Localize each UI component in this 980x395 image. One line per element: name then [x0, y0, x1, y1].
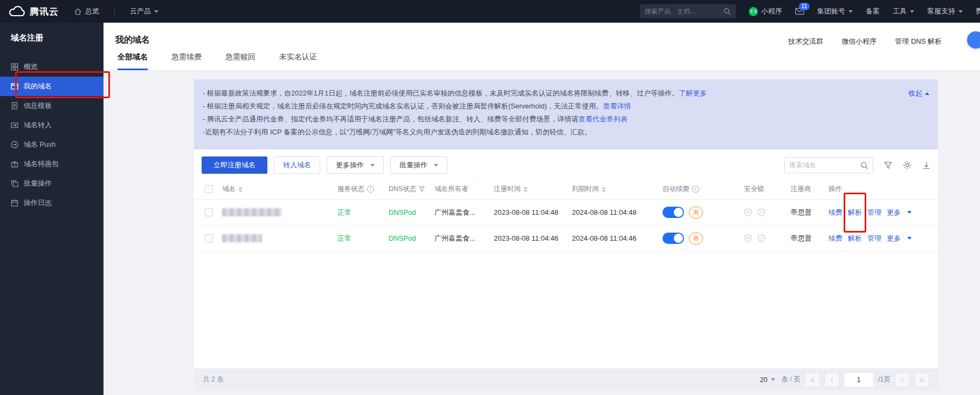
- info-icon[interactable]: i: [367, 186, 374, 193]
- sidebar: 域名注册 概览 我的域名 信息模板 域名转入 域名 Push 域名特惠包 批量操…: [0, 23, 103, 395]
- pagination-bar: 共 2 条 20 条 / 页 « ‹ /1页 › »: [194, 369, 938, 390]
- discount-badge: 惠: [689, 233, 703, 244]
- row-checkbox[interactable]: [205, 234, 213, 242]
- download-icon[interactable]: [922, 161, 930, 169]
- filter-icon[interactable]: [419, 186, 425, 192]
- tab-redeem-urgent[interactable]: 急需赎回: [225, 52, 256, 70]
- row-actions: 续费 解析 管理 更多: [829, 234, 938, 243]
- main-header: 我的域名 技术交流群 微信小程序 管理 DNS 解析 全部域名 急需续费 急需赎…: [103, 23, 980, 71]
- registered-time: 2023-08-08 11:04:48: [494, 208, 558, 216]
- more-actions-button[interactable]: 更多操作: [327, 156, 384, 174]
- sidebar-title: 域名注册: [0, 23, 103, 43]
- sidebar-item-domain-push[interactable]: 域名 Push: [0, 135, 103, 154]
- row-checkbox[interactable]: [205, 208, 213, 216]
- sidebar-item-info-templates[interactable]: 信息模板: [0, 96, 103, 115]
- message-count-badge: 11: [799, 3, 810, 10]
- learn-more-link[interactable]: 了解更多: [679, 89, 707, 97]
- total-count: 共 2 条: [203, 375, 224, 384]
- prev-page-button[interactable]: ‹: [824, 372, 839, 387]
- tab-all-domains[interactable]: 全部域名: [118, 52, 148, 70]
- last-page-button[interactable]: »: [914, 372, 929, 387]
- dns-status-link[interactable]: DNSPod: [389, 234, 416, 242]
- nav-group-account[interactable]: 集团账号: [817, 6, 853, 16]
- registrar-lock-shield-icon: [744, 234, 752, 242]
- manage-action[interactable]: 管理: [867, 234, 881, 243]
- masked-domain-name[interactable]: [222, 208, 281, 216]
- view-details-link[interactable]: 查看详情: [603, 102, 631, 110]
- tab-not-verified[interactable]: 未实名认证: [279, 52, 317, 70]
- manage-dns-link[interactable]: 管理 DNS 解析: [895, 37, 942, 46]
- sidebar-item-batch-operations[interactable]: 批量操作: [0, 174, 103, 193]
- nav-support[interactable]: 客服支持: [927, 6, 963, 16]
- voucher-list-link[interactable]: 查看代金券列表: [578, 115, 627, 123]
- chevron-down-icon: [370, 164, 375, 167]
- chevron-up-icon: [925, 92, 929, 95]
- sort-icon[interactable]: [238, 187, 243, 192]
- select-all-checkbox[interactable]: [205, 185, 213, 193]
- dns-status-link[interactable]: DNSPod: [389, 208, 416, 216]
- transfer-in-icon: [11, 121, 18, 129]
- sidebar-item-my-domains[interactable]: 我的域名: [0, 77, 103, 96]
- help-bubble[interactable]: [967, 31, 980, 49]
- page-title: 我的域名: [115, 35, 150, 46]
- registrar: 帝思普: [791, 208, 812, 217]
- renew-action[interactable]: 续费: [829, 208, 843, 217]
- search-icon[interactable]: [860, 161, 868, 169]
- current-page-input[interactable]: [844, 372, 874, 387]
- notice-line: -近期有不法分子利用 ICP 备案的公示信息，以“万维网/万域网”等名义向用户发…: [203, 126, 868, 139]
- sidebar-item-overview[interactable]: 概览: [0, 57, 103, 77]
- tab-renew-urgent[interactable]: 急需续费: [171, 52, 202, 70]
- sort-icon[interactable]: [523, 187, 528, 192]
- sidebar-item-special-package[interactable]: 域名特惠包: [0, 154, 103, 174]
- nav-mini-program[interactable]: 小程序: [749, 6, 782, 16]
- more-action[interactable]: 更多: [887, 234, 901, 243]
- mini-program-icon: [749, 7, 758, 16]
- domain-search[interactable]: [784, 157, 873, 173]
- masked-domain-name[interactable]: [222, 234, 262, 242]
- table-row: 正常 DNSPod 广州嘉盖食... 2023-08-08 11:04:46 2…: [194, 226, 938, 251]
- column-settings-gear-icon[interactable]: [903, 161, 912, 169]
- sort-icon[interactable]: [602, 187, 606, 192]
- sidebar-item-operation-log[interactable]: 操作日志: [0, 193, 103, 213]
- page-size-select[interactable]: 20: [760, 376, 775, 384]
- filter-icon[interactable]: [884, 161, 892, 169]
- per-page-label: 条 / 页: [782, 375, 800, 384]
- manage-action[interactable]: 管理: [867, 208, 881, 217]
- auto-renew-toggle[interactable]: [662, 207, 684, 218]
- wechat-miniapp-link[interactable]: 微信小程序: [841, 37, 877, 46]
- expire-time: 2024-08-08 11:04:46: [572, 234, 637, 242]
- register-domain-button[interactable]: 立即注册域名: [202, 156, 267, 174]
- collapse-notice-button[interactable]: 收起: [908, 87, 929, 100]
- chevron-down-icon: [848, 10, 853, 13]
- info-icon[interactable]: i: [692, 186, 699, 193]
- next-page-button[interactable]: ›: [895, 372, 910, 387]
- registered-time: 2023-08-08 11:04:46: [494, 234, 558, 242]
- global-search[interactable]: [640, 4, 736, 18]
- nav-tools[interactable]: 工具: [893, 6, 914, 16]
- sidebar-item-transfer-in[interactable]: 域名转入: [0, 115, 103, 135]
- auto-renew-toggle[interactable]: [662, 233, 684, 244]
- dns-resolve-action[interactable]: 解析: [848, 208, 862, 217]
- domain-list-card: - 根据最新政策法规要求，自2022年1月1日起，域名注册前必须使用已实名审核的…: [194, 79, 938, 368]
- nav-billing[interactable]: 费用: [976, 6, 980, 16]
- nav-beian[interactable]: 备案: [866, 6, 880, 16]
- search-icon[interactable]: [723, 8, 731, 15]
- nav-overview[interactable]: 总览: [74, 6, 99, 16]
- messages-button[interactable]: 11: [795, 8, 804, 15]
- more-action[interactable]: 更多: [887, 208, 901, 217]
- tech-group-link[interactable]: 技术交流群: [788, 37, 823, 46]
- header-links: 技术交流群 微信小程序 管理 DNS 解析: [788, 37, 942, 46]
- dns-resolve-action[interactable]: 解析: [848, 234, 862, 243]
- nav-cloud-products[interactable]: 云产品: [130, 6, 158, 16]
- document-icon: [11, 102, 18, 110]
- table-row: 正常 DNSPod 广州嘉盖食... 2023-08-08 11:04:48 2…: [194, 200, 938, 226]
- transfer-domain-button[interactable]: 转入域名: [274, 156, 320, 174]
- tencent-cloud-logo[interactable]: 腾讯云: [9, 5, 59, 18]
- renew-action[interactable]: 续费: [829, 234, 843, 243]
- first-page-button[interactable]: «: [805, 372, 820, 387]
- push-icon: [11, 141, 18, 148]
- calendar-log-icon: [11, 199, 18, 207]
- global-search-input[interactable]: [645, 8, 723, 15]
- domain-search-input[interactable]: [789, 161, 860, 169]
- batch-actions-button[interactable]: 批量操作: [390, 156, 447, 174]
